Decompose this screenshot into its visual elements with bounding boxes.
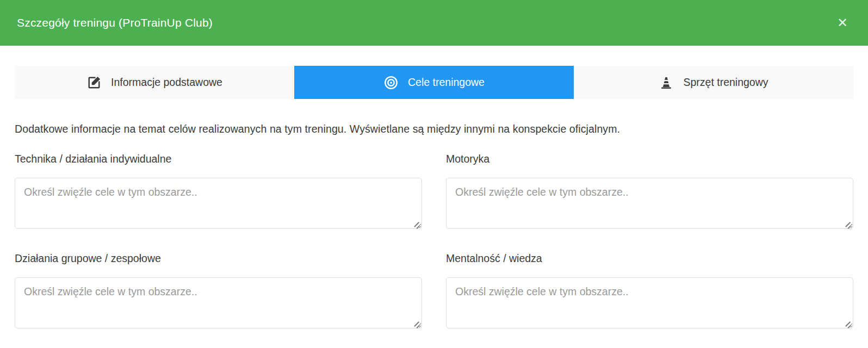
field-motoryka: Motoryka <box>446 153 853 231</box>
mentalnosc-textarea[interactable] <box>446 277 853 328</box>
motoryka-textarea[interactable] <box>446 178 853 229</box>
field-mentalnosc: Mentalność / wiedza <box>446 252 853 331</box>
target-icon <box>383 75 399 90</box>
field-technika: Technika / działania indywidualne <box>15 153 422 231</box>
tab-bar: Informacje podstawowe Cele treningowe <box>15 66 853 99</box>
field-label-technika: Technika / działania indywidualne <box>15 153 422 165</box>
dzialania-grupowe-textarea[interactable] <box>15 277 422 328</box>
tab-label: Cele treningowe <box>408 76 485 89</box>
goal-fields: Technika / działania indywidualne Motory… <box>15 153 853 331</box>
tab-cele-treningowe[interactable]: Cele treningowe <box>294 66 574 99</box>
tab-informacje-podstawowe[interactable]: Informacje podstawowe <box>15 66 294 99</box>
close-icon[interactable]: ✕ <box>834 14 851 32</box>
modal-body: Informacje podstawowe Cele treningowe <box>0 66 868 348</box>
field-label-motoryka: Motoryka <box>446 153 853 165</box>
edit-square-icon <box>86 75 102 90</box>
tab-label: Informacje podstawowe <box>111 76 222 89</box>
modal-title: Szczegóły treningu (ProTrainUp Club) <box>17 16 213 29</box>
field-label-dzialania-grupowe: Działania grupowe / zespołowe <box>15 252 422 265</box>
tab-description: Dodatkowe informacje na temat celów real… <box>15 123 853 135</box>
field-label-mentalnosc: Mentalność / wiedza <box>446 252 853 265</box>
traffic-cone-icon <box>659 75 674 90</box>
field-dzialania-grupowe: Działania grupowe / zespołowe <box>15 252 422 331</box>
modal-header: Szczegóły treningu (ProTrainUp Club) ✕ <box>0 0 868 46</box>
tab-sprzet-treningowy[interactable]: Sprzęt treningowy <box>574 66 853 99</box>
tab-label: Sprzęt treningowy <box>683 76 768 89</box>
technika-textarea[interactable] <box>15 178 422 229</box>
